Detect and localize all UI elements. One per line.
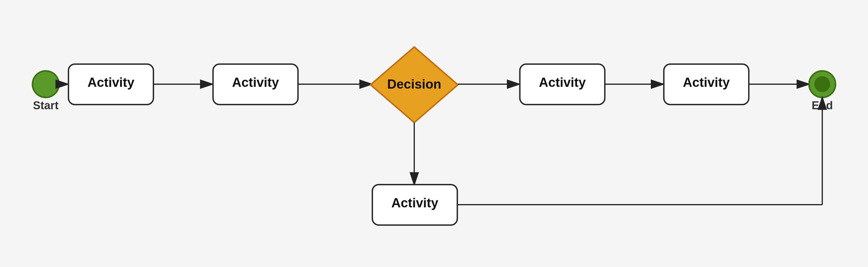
end-node-inner (814, 76, 830, 92)
activity3-label: Activity (539, 75, 586, 89)
decision-label: Decision (387, 77, 441, 91)
activity4-label: Activity (683, 75, 730, 89)
start-label: Start (33, 99, 59, 112)
activity1-label: Activity (88, 75, 134, 89)
diagram-canvas: Start Activity Activity Decision Activit… (0, 0, 868, 267)
start-node (32, 71, 59, 97)
svg-rect-0 (0, 0, 868, 267)
activity5-label: Activity (392, 196, 438, 210)
activity2-label: Activity (232, 75, 279, 89)
